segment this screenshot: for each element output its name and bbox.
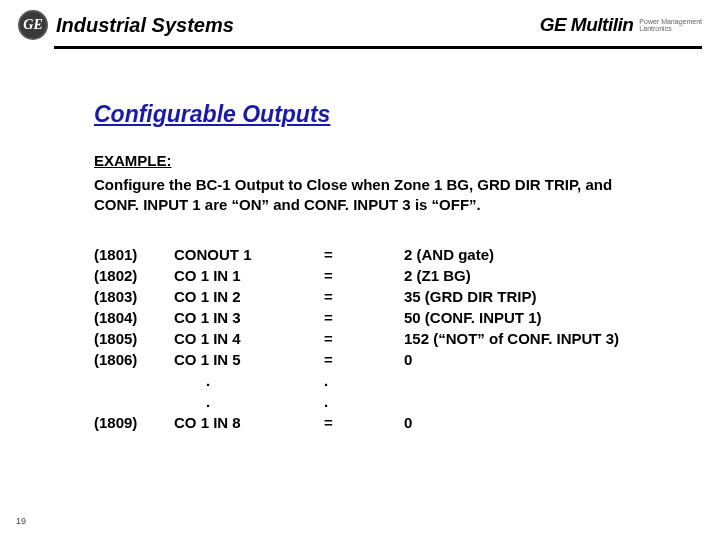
table-row: . . — [94, 370, 619, 391]
cell-addr: (1804) — [94, 307, 174, 328]
example-label: EXAMPLE: — [94, 152, 720, 169]
table-row: (1803) CO 1 IN 2 = 35 (GRD DIR TRIP) — [94, 286, 619, 307]
slide-header: GE Industrial Systems GE Multilin Power … — [0, 0, 720, 40]
cell-name: CO 1 IN 3 — [174, 307, 324, 328]
brand-block: GE Multilin Power Management Lantronics — [540, 14, 702, 36]
cell-name: . — [174, 391, 324, 412]
cell-eq: = — [324, 244, 404, 265]
cell-name: CO 1 IN 1 — [174, 265, 324, 286]
table-row: (1809) CO 1 IN 8 = 0 — [94, 412, 619, 433]
cell-addr: (1806) — [94, 349, 174, 370]
cell-val: 35 (GRD DIR TRIP) — [404, 286, 619, 307]
slide-title: Configurable Outputs — [94, 101, 720, 128]
brand-sub: Power Management Lantronics — [639, 18, 702, 32]
cell-name: CO 1 IN 5 — [174, 349, 324, 370]
cell-name: CO 1 IN 4 — [174, 328, 324, 349]
cell-name: CONOUT 1 — [174, 244, 324, 265]
cell-eq: . — [324, 370, 404, 391]
cell-val: 0 — [404, 412, 619, 433]
cell-val: 2 (AND gate) — [404, 244, 619, 265]
brand-sub-2: Lantronics — [639, 25, 702, 32]
table-row: (1804) CO 1 IN 3 = 50 (CONF. INPUT 1) — [94, 307, 619, 328]
cell-val — [404, 391, 619, 412]
config-table: (1801) CONOUT 1 = 2 (AND gate) (1802) CO… — [94, 244, 619, 433]
table-row: (1802) CO 1 IN 1 = 2 (Z1 BG) — [94, 265, 619, 286]
cell-val: 50 (CONF. INPUT 1) — [404, 307, 619, 328]
cell-eq: . — [324, 391, 404, 412]
cell-addr — [94, 391, 174, 412]
cell-eq: = — [324, 328, 404, 349]
page-number: 19 — [16, 516, 26, 526]
cell-val: 152 (“NOT” of CONF. INPUT 3) — [404, 328, 619, 349]
cell-name: CO 1 IN 8 — [174, 412, 324, 433]
header-left: GE Industrial Systems — [18, 10, 234, 40]
cell-name: CO 1 IN 2 — [174, 286, 324, 307]
cell-addr: (1801) — [94, 244, 174, 265]
cell-eq: = — [324, 307, 404, 328]
example-text: Configure the BC-1 Output to Close when … — [94, 175, 634, 216]
table-row: (1806) CO 1 IN 5 = 0 — [94, 349, 619, 370]
cell-addr: (1803) — [94, 286, 174, 307]
cell-val: 0 — [404, 349, 619, 370]
brand-main: GE Multilin — [540, 14, 634, 36]
cell-addr: (1805) — [94, 328, 174, 349]
cell-val: 2 (Z1 BG) — [404, 265, 619, 286]
table-row: (1805) CO 1 IN 4 = 152 (“NOT” of CONF. I… — [94, 328, 619, 349]
table-row: (1801) CONOUT 1 = 2 (AND gate) — [94, 244, 619, 265]
cell-addr — [94, 370, 174, 391]
brand-sub-1: Power Management — [639, 18, 702, 25]
ge-logo-icon: GE — [18, 10, 48, 40]
cell-name: . — [174, 370, 324, 391]
slide-content: Configurable Outputs EXAMPLE: Configure … — [0, 49, 720, 433]
cell-eq: = — [324, 286, 404, 307]
cell-eq: = — [324, 412, 404, 433]
cell-addr: (1802) — [94, 265, 174, 286]
table-row: . . — [94, 391, 619, 412]
cell-addr: (1809) — [94, 412, 174, 433]
cell-val — [404, 370, 619, 391]
cell-eq: = — [324, 265, 404, 286]
cell-eq: = — [324, 349, 404, 370]
header-title: Industrial Systems — [56, 14, 234, 37]
